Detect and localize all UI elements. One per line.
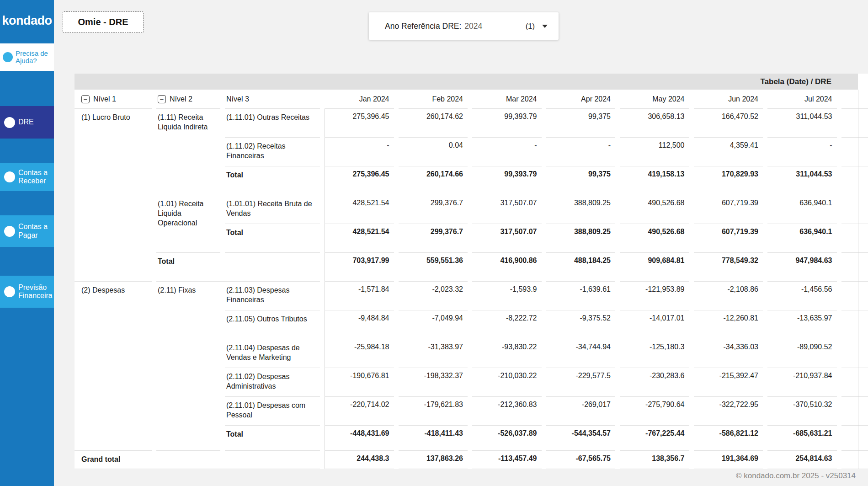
value-cell: -544,354.57 <box>546 426 616 451</box>
collapse-minus-icon[interactable]: − <box>81 95 90 103</box>
sidebar: kondado Precisa de Ajuda? DRE Contas a R… <box>0 0 54 486</box>
value-cell: 137,863.26 <box>399 451 468 469</box>
level-header[interactable]: −Nível 2 <box>156 90 220 109</box>
value-cell: -179,621.83 <box>399 397 468 426</box>
level2-cell: (2.11) Fixas <box>156 282 220 451</box>
nav-label: Contas a Pagar <box>18 223 54 240</box>
row-filler <box>841 253 868 282</box>
value-cell: -2,023.32 <box>399 282 468 310</box>
year-filter-dropdown[interactable]: Ano Referência DRE: 2024 (1) <box>369 12 559 40</box>
level3-cell: Total <box>225 224 320 253</box>
year-filter-count: (1) <box>526 22 535 31</box>
value-cell: -31,383.97 <box>399 339 468 368</box>
value-cell: -767,225.44 <box>620 426 689 451</box>
value-cell: 166,470.52 <box>694 109 763 138</box>
value-cell: -322,722.95 <box>694 397 763 426</box>
value-cell: 138,356.7 <box>620 451 689 469</box>
level-header[interactable]: −Nível 1 <box>75 90 152 109</box>
month-header[interactable]: Jan 2024 <box>325 90 394 109</box>
chevron-down-icon[interactable] <box>542 25 548 28</box>
level-header[interactable]: Nível 3 <box>225 90 320 109</box>
value-cell: 275,396.45 <box>325 109 394 138</box>
level3-cell: Total <box>225 166 320 195</box>
row-filler <box>841 195 868 224</box>
sidebar-item-previsao-financeira[interactable]: Previsão Financeira <box>0 276 54 308</box>
value-cell: 4,359.41 <box>694 138 763 166</box>
value-cell: -2,108.86 <box>694 282 763 310</box>
report-title-button[interactable]: Omie - DRE <box>63 11 144 33</box>
value-cell: 490,526.68 <box>620 224 689 253</box>
sidebar-item-help[interactable]: Precisa de Ajuda? <box>0 43 54 71</box>
month-header[interactable]: May 2024 <box>620 90 689 109</box>
value-cell: 260,174.66 <box>399 166 468 195</box>
value-cell: 244,438.3 <box>325 451 394 469</box>
value-cell: -113,457.49 <box>472 451 542 469</box>
year-filter-value: 2024 <box>464 21 482 31</box>
value-cell: 388,809.25 <box>546 224 616 253</box>
value-cell: 416,900.86 <box>472 253 542 282</box>
header-filler <box>841 90 868 109</box>
value-cell: -13,635.97 <box>767 310 837 339</box>
row-filler <box>841 451 868 469</box>
value-cell: -210,937.84 <box>767 368 837 397</box>
value-cell: 191,364.69 <box>694 451 763 469</box>
sidebar-item-contas-a-receber[interactable]: Contas a Receber <box>0 163 54 191</box>
value-cell: 488,184.25 <box>546 253 616 282</box>
value-cell: -121,953.89 <box>620 282 689 310</box>
month-header[interactable]: Jul 2024 <box>767 90 837 109</box>
level2-cell: (1.11) Receita Liquida Indireta <box>156 109 220 195</box>
value-cell: 607,719.39 <box>694 224 763 253</box>
value-cell: 636,940.1 <box>767 195 837 224</box>
value-cell: - <box>546 138 616 166</box>
value-cell: 419,158.13 <box>620 166 689 195</box>
level3-cell: (2.11.01) Despesas com Pessoal <box>225 397 320 426</box>
grand-total-label: Grand total <box>75 451 320 469</box>
page-dot-icon <box>4 286 15 297</box>
year-filter-label: Ano Referência DRE: <box>385 21 461 31</box>
value-cell: -230,283.6 <box>620 368 689 397</box>
value-cell: -418,411.43 <box>399 426 468 451</box>
value-cell: - <box>325 138 394 166</box>
value-cell: -1,571.84 <box>325 282 394 310</box>
value-cell: 636,940.1 <box>767 224 837 253</box>
value-cell: 947,984.63 <box>767 253 837 282</box>
level3-cell: Total <box>225 426 320 451</box>
value-cell: -370,510.32 <box>767 397 837 426</box>
value-cell: -67,565.75 <box>546 451 616 469</box>
value-cell: 254,814.63 <box>767 451 837 469</box>
value-cell: -215,392.47 <box>694 368 763 397</box>
logo-text: kondado <box>2 14 52 28</box>
value-cell: 909,684.81 <box>620 253 689 282</box>
table-title: Tabela (Date) / DRE <box>75 74 858 90</box>
page-dot-icon <box>4 226 15 237</box>
month-header[interactable]: Apr 2024 <box>546 90 616 109</box>
value-cell: 99,375 <box>546 166 616 195</box>
value-cell: -269,017 <box>546 397 616 426</box>
value-cell: -190,676.81 <box>325 368 394 397</box>
month-header[interactable]: Mar 2024 <box>472 90 542 109</box>
month-header[interactable]: Feb 2024 <box>399 90 468 109</box>
footer-version-text: © kondado.com.br 2025 - v250314 <box>736 471 856 481</box>
value-cell: -12,260.81 <box>694 310 763 339</box>
value-cell: -586,821.12 <box>694 426 763 451</box>
sidebar-item-contas-a-pagar[interactable]: Contas a Pagar <box>0 215 54 247</box>
value-cell: -14,017.01 <box>620 310 689 339</box>
sidebar-item-dre[interactable]: DRE <box>0 106 54 139</box>
value-cell: 299,376.7 <box>399 224 468 253</box>
row-filler <box>841 166 868 195</box>
value-cell: -34,336.03 <box>694 339 763 368</box>
level3-cell: (2.11.04) Despesas de Vendas e Marketing <box>225 339 320 368</box>
value-cell: 311,044.53 <box>767 166 837 195</box>
value-cell: 388,809.25 <box>546 195 616 224</box>
row-filler <box>841 339 868 368</box>
row-filler <box>841 397 868 426</box>
report-page: { "sidebar": { "logo": "kondado", "help_… <box>0 0 868 486</box>
value-cell: 559,551.36 <box>399 253 468 282</box>
value-cell: 275,396.45 <box>325 166 394 195</box>
level3-cell: (1.11.01) Outras Receitas <box>225 109 320 138</box>
value-cell: - <box>472 138 542 166</box>
table-grid: −Nível 1−Nível 2Nível 3Jan 2024Feb 2024M… <box>75 90 868 469</box>
collapse-minus-icon[interactable]: − <box>158 95 166 103</box>
month-header[interactable]: Jun 2024 <box>694 90 763 109</box>
value-cell: 99,393.79 <box>472 109 542 138</box>
